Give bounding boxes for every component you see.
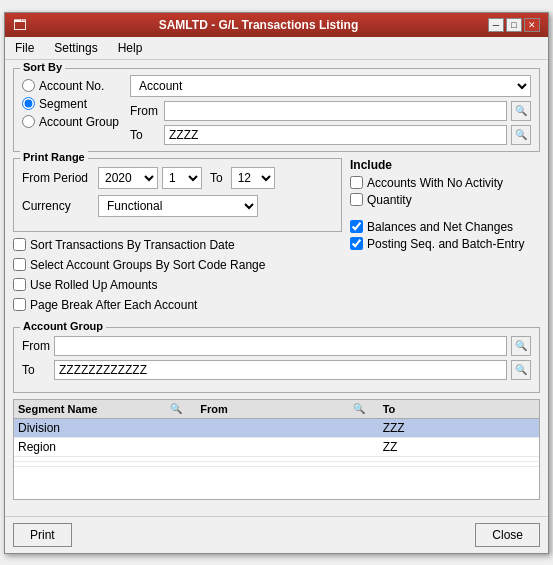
sort-transactions-checkbox[interactable]: Sort Transactions By Transaction Date (13, 238, 342, 252)
sort-transactions-label: Sort Transactions By Transaction Date (30, 238, 235, 252)
balances-net-changes-checkbox[interactable]: Balances and Net Changes (350, 220, 540, 234)
include-label: Include (350, 158, 540, 172)
col-to-search-icon: 🔍 (353, 403, 383, 414)
page-break-checkbox[interactable]: Page Break After Each Account (13, 298, 342, 312)
maximize-button[interactable]: □ (506, 18, 522, 32)
currency-select[interactable]: Functional (98, 195, 258, 217)
ag-to-label: To (22, 363, 50, 377)
from-row: From 🔍 (130, 101, 531, 121)
row1-to: ZZZ (383, 421, 535, 435)
account-dropdown[interactable]: Account (130, 75, 531, 97)
sort-account-no-label: Account No. (39, 79, 104, 93)
select-account-groups-input[interactable] (13, 258, 26, 271)
to-label: To (130, 128, 160, 142)
account-to-search-button[interactable]: 🔍 (511, 125, 531, 145)
to-row: To 🔍 (130, 125, 531, 145)
close-window-button[interactable]: ✕ (524, 18, 540, 32)
print-range-label: Print Range (20, 151, 88, 163)
col-from: From (200, 403, 352, 415)
sort-by-radio-group: Account No. Segment Account Group (22, 75, 122, 145)
window-title: SAMLTD - G/L Transactions Listing (29, 18, 488, 32)
sort-by-label: Sort By (20, 61, 65, 73)
minimize-button[interactable]: ─ (488, 18, 504, 32)
ag-from-search-icon: 🔍 (515, 340, 527, 351)
balances-net-changes-input[interactable] (350, 220, 363, 233)
close-button[interactable]: Close (475, 523, 540, 547)
table-header: Segment Name 🔍 From 🔍 To (14, 400, 539, 419)
account-group-section: Account Group From 🔍 To 🔍 (13, 327, 540, 393)
col-to: To (383, 403, 535, 415)
sort-account-group[interactable]: Account Group (22, 115, 122, 129)
ag-to-input[interactable] (54, 360, 507, 380)
ag-to-row: To 🔍 (22, 360, 531, 380)
posting-seq-input[interactable] (350, 237, 363, 250)
options-checkboxes: Sort Transactions By Transaction Date Se… (13, 238, 342, 315)
account-from-search-button[interactable]: 🔍 (511, 101, 531, 121)
ag-to-search-button[interactable]: 🔍 (511, 360, 531, 380)
accounts-no-activity-checkbox[interactable]: Accounts With No Activity (350, 176, 540, 190)
segment-table: Segment Name 🔍 From 🔍 To Division ZZZ Re… (13, 399, 540, 500)
select-account-groups-label: Select Account Groups By Sort Code Range (30, 258, 265, 272)
ag-from-row: From 🔍 (22, 336, 531, 356)
sort-account-group-radio[interactable] (22, 115, 35, 128)
include-section: Include Accounts With No Activity Quanti… (350, 158, 540, 321)
col-segment-name: Segment Name (18, 403, 170, 415)
content-area: Sort By Account No. Segment Account Grou… (5, 60, 548, 516)
title-bar: 🗔 SAMLTD - G/L Transactions Listing ─ □ … (5, 13, 548, 37)
period-from-select[interactable]: 1 (162, 167, 202, 189)
menu-settings[interactable]: Settings (48, 39, 103, 57)
sort-account-no-radio[interactable] (22, 79, 35, 92)
balances-net-changes-label: Balances and Net Changes (367, 220, 513, 234)
table-row[interactable] (14, 462, 539, 467)
use-rolled-up-input[interactable] (13, 278, 26, 291)
period-to-select[interactable]: 12 (231, 167, 275, 189)
account-select-area: Account From 🔍 To 🔍 (130, 75, 531, 145)
page-break-input[interactable] (13, 298, 26, 311)
from-period-label: From Period (22, 171, 94, 185)
table-row[interactable]: Region ZZ (14, 438, 539, 457)
row2-segment: Region (18, 440, 170, 454)
sort-segment-radio[interactable] (22, 97, 35, 110)
year-select[interactable]: 2020 (98, 167, 158, 189)
period-row: From Period 2020 1 To 12 (22, 167, 333, 189)
use-rolled-up-checkbox[interactable]: Use Rolled Up Amounts (13, 278, 342, 292)
select-account-groups-checkbox[interactable]: Select Account Groups By Sort Code Range (13, 258, 342, 272)
ag-from-label: From (22, 339, 50, 353)
main-window: 🗔 SAMLTD - G/L Transactions Listing ─ □ … (4, 12, 549, 554)
footer-bar: Print Close (5, 516, 548, 553)
accounts-no-activity-label: Accounts With No Activity (367, 176, 503, 190)
table-row[interactable]: Division ZZZ (14, 419, 539, 438)
account-group-label: Account Group (20, 320, 106, 332)
account-dropdown-row: Account (130, 75, 531, 97)
search-icon-2: 🔍 (515, 129, 527, 140)
print-button[interactable]: Print (13, 523, 72, 547)
title-controls: ─ □ ✕ (488, 18, 540, 32)
sort-by-content: Account No. Segment Account Group Accou (22, 75, 531, 145)
account-from-input[interactable] (164, 101, 507, 121)
use-rolled-up-label: Use Rolled Up Amounts (30, 278, 157, 292)
row1-segment: Division (18, 421, 170, 435)
sort-account-group-label: Account Group (39, 115, 119, 129)
sort-account-no[interactable]: Account No. (22, 79, 122, 93)
sort-by-section: Sort By Account No. Segment Account Grou… (13, 68, 540, 152)
quantity-input[interactable] (350, 193, 363, 206)
currency-label: Currency (22, 199, 94, 213)
quantity-checkbox[interactable]: Quantity (350, 193, 540, 207)
print-range-section: Print Range From Period 2020 1 To 12 (13, 158, 342, 232)
posting-seq-label: Posting Seq. and Batch-Entry (367, 237, 524, 251)
accounts-no-activity-input[interactable] (350, 176, 363, 189)
sort-segment[interactable]: Segment (22, 97, 122, 111)
sort-transactions-input[interactable] (13, 238, 26, 251)
posting-seq-checkbox[interactable]: Posting Seq. and Batch-Entry (350, 237, 540, 251)
ag-to-search-icon: 🔍 (515, 364, 527, 375)
period-to-label: To (210, 171, 223, 185)
currency-row: Currency Functional (22, 195, 333, 217)
ag-from-search-button[interactable]: 🔍 (511, 336, 531, 356)
menu-file[interactable]: File (9, 39, 40, 57)
quantity-label: Quantity (367, 193, 412, 207)
ag-from-input[interactable] (54, 336, 507, 356)
menu-help[interactable]: Help (112, 39, 149, 57)
from-label: From (130, 104, 160, 118)
row2-to: ZZ (383, 440, 535, 454)
account-to-input[interactable] (164, 125, 507, 145)
